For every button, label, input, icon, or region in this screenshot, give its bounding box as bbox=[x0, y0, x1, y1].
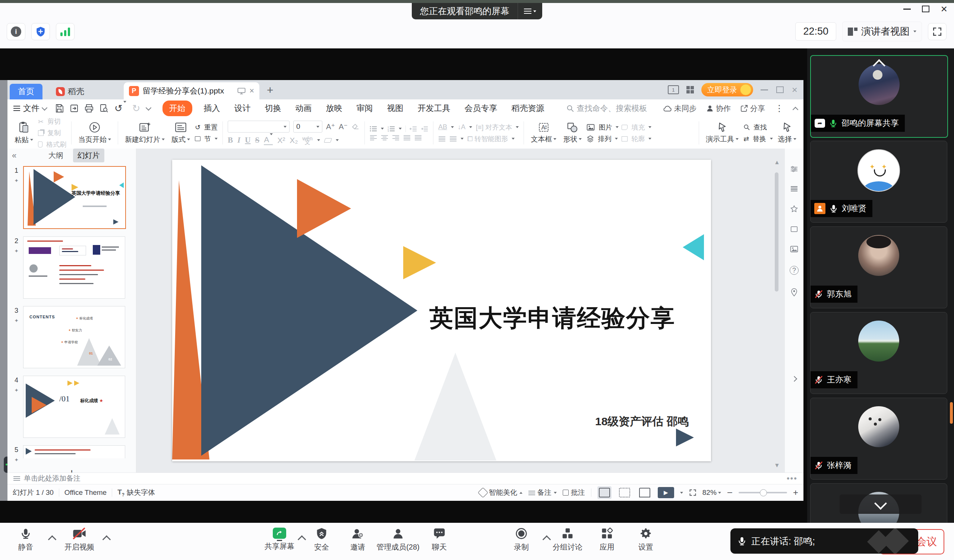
title-menu-button[interactable] bbox=[518, 3, 542, 19]
ribbon-tab-view[interactable]: 视图 bbox=[387, 103, 404, 114]
participant-tile[interactable]: ✦✦ 刘唯贤 bbox=[810, 141, 947, 222]
notes-toggle[interactable]: 备注 bbox=[528, 488, 557, 498]
paste-button[interactable]: 粘贴 bbox=[11, 121, 36, 145]
scroll-down-icon[interactable]: ▼ bbox=[774, 462, 778, 469]
ribbon-tab-member[interactable]: 会员专享 bbox=[465, 103, 497, 114]
manage-members-button[interactable]: 管理成员(28) bbox=[376, 527, 419, 552]
zoom-out-button[interactable]: − bbox=[727, 487, 733, 499]
slide-thumbnail-3[interactable]: CONTENTS ✦ 标化成绩 ✦ 软实力 ✦ 申请学校 01 02 bbox=[23, 306, 125, 368]
fill-button[interactable]: 填充 bbox=[622, 123, 652, 132]
image-tool-icon[interactable] bbox=[790, 246, 798, 252]
scroll-down-band[interactable] bbox=[840, 495, 921, 514]
slides-tab[interactable]: 幻灯片 bbox=[73, 149, 104, 162]
ribbon-tab-transition[interactable]: 切换 bbox=[265, 103, 281, 114]
reset-button[interactable]: ↺重置 bbox=[195, 123, 218, 132]
comments-toggle[interactable]: 批注 bbox=[563, 488, 585, 498]
record-button[interactable]: 录制 bbox=[514, 527, 529, 552]
ribbon-tab-slideshow[interactable]: 放映 bbox=[326, 103, 343, 114]
maximize-icon[interactable] bbox=[922, 6, 929, 12]
print-preview-icon[interactable] bbox=[100, 104, 108, 113]
settings-button[interactable]: 设置 bbox=[638, 527, 653, 552]
slide-thumbnail-1[interactable]: 英国大学申请经验分享 bbox=[23, 166, 126, 229]
print-icon[interactable] bbox=[84, 104, 94, 113]
expand-rail-icon[interactable] bbox=[791, 376, 797, 382]
meeting-security-button[interactable] bbox=[31, 23, 50, 40]
superscript-button[interactable]: X² bbox=[277, 136, 285, 145]
increase-indent-icon[interactable] bbox=[421, 126, 428, 132]
presentation-tools-button[interactable]: 演示工具 bbox=[703, 122, 742, 144]
layout-button[interactable]: 版式 bbox=[168, 122, 193, 145]
textbox-button[interactable]: 文本框 bbox=[527, 122, 560, 144]
share-button[interactable]: 分享 bbox=[740, 104, 765, 114]
network-quality-button[interactable] bbox=[56, 23, 75, 40]
breakout-button[interactable]: 分组讨论 bbox=[553, 527, 583, 552]
beautify-button[interactable]: 智能美化 bbox=[479, 488, 522, 498]
align-center-icon[interactable] bbox=[381, 135, 388, 141]
font-color-button[interactable]: A bbox=[264, 135, 273, 145]
underline-button[interactable]: U bbox=[245, 135, 251, 145]
play-from-current-button[interactable]: 当页开始 bbox=[75, 122, 114, 145]
format-painter-button[interactable]: 格式刷 bbox=[38, 140, 66, 149]
command-search[interactable]: 查找命令、搜索模板 bbox=[566, 103, 647, 114]
mute-button[interactable]: 静音 bbox=[18, 527, 33, 552]
minimize-icon[interactable] bbox=[903, 9, 911, 10]
zoom-slider-knob[interactable] bbox=[760, 489, 767, 496]
favorites-star-icon[interactable] bbox=[790, 205, 798, 213]
login-button[interactable]: 立即登录 bbox=[701, 83, 753, 96]
ribbon-tab-docer-res[interactable]: 稻壳资源 bbox=[512, 103, 544, 114]
share-screen-button[interactable]: 共享屏幕 bbox=[265, 527, 295, 551]
invite-button[interactable]: 邀请 bbox=[350, 527, 365, 552]
play-options-icon[interactable] bbox=[680, 492, 683, 494]
slideshow-play-button[interactable]: ▶ bbox=[658, 487, 674, 498]
zoom-in-button[interactable]: + bbox=[793, 487, 798, 498]
collapse-panel-icon[interactable]: « bbox=[12, 151, 16, 160]
undo-button[interactable]: ↺ bbox=[114, 103, 126, 114]
fit-slide-icon[interactable] bbox=[689, 489, 697, 496]
slide-thumbnail-4[interactable]: /01 标化成绩 ★ bbox=[23, 376, 125, 438]
para-spacing-icon[interactable] bbox=[449, 136, 457, 142]
font-family-select[interactable] bbox=[228, 121, 290, 132]
clear-format-icon[interactable] bbox=[351, 123, 360, 130]
vertical-scrollbar[interactable] bbox=[775, 173, 778, 292]
wps-close-icon[interactable]: × bbox=[792, 86, 798, 93]
ribbon-tab-start[interactable]: 开始 bbox=[162, 101, 192, 116]
participant-tile[interactable]: 郭东旭 bbox=[810, 226, 947, 308]
tab-docer[interactable]: 稻壳 bbox=[52, 84, 88, 100]
export-icon[interactable] bbox=[70, 104, 79, 113]
arrange-button[interactable]: 排列 bbox=[586, 134, 619, 143]
locate-pin-icon[interactable] bbox=[791, 288, 798, 296]
workbench-grid-icon[interactable] bbox=[686, 86, 694, 93]
ribbon-tab-review[interactable]: 审阅 bbox=[357, 103, 373, 114]
numbered-list-icon[interactable] bbox=[388, 126, 395, 132]
view-mode-dropdown[interactable]: 演讲者视图 bbox=[842, 22, 922, 41]
wps-minimize-icon[interactable] bbox=[761, 89, 768, 90]
sorter-view-button[interactable] bbox=[617, 486, 632, 499]
picture-button[interactable]: 图片 bbox=[586, 123, 619, 132]
section-button[interactable]: 节 bbox=[195, 134, 218, 143]
outline-button[interactable]: 轮廓 bbox=[622, 134, 652, 143]
subscript-button[interactable]: X₂ bbox=[290, 136, 298, 145]
layout-rect-icon[interactable] bbox=[790, 226, 798, 232]
italic-button[interactable]: I bbox=[237, 135, 240, 145]
slide-canvas[interactable]: 英国大学申请经验分享 18级资产评估 邵鸣 bbox=[172, 160, 711, 461]
ribbon-tab-design[interactable]: 设计 bbox=[234, 103, 251, 114]
bold-button[interactable]: B bbox=[228, 135, 233, 145]
shapes-button[interactable]: 形状 bbox=[560, 122, 585, 144]
strikethrough-button[interactable]: S bbox=[255, 135, 259, 145]
ribbon-tab-insert[interactable]: 插入 bbox=[204, 103, 220, 114]
normal-view-button[interactable] bbox=[597, 486, 611, 499]
distribute-icon[interactable] bbox=[415, 135, 422, 141]
align-text-button[interactable]: [≡] 对齐文本 bbox=[476, 123, 513, 132]
new-slide-button[interactable]: 新建幻灯片 bbox=[122, 122, 168, 145]
close-tab-icon[interactable]: × bbox=[249, 86, 254, 96]
meeting-info-button[interactable]: i bbox=[7, 23, 25, 40]
video-options-chevron[interactable] bbox=[103, 535, 111, 544]
ribbon-tab-animation[interactable]: 动画 bbox=[296, 103, 312, 114]
slide-thumbnail-5[interactable] bbox=[23, 445, 125, 458]
share-options-chevron[interactable] bbox=[298, 535, 306, 544]
ribbon-tab-devtools[interactable]: 开发工具 bbox=[418, 103, 450, 114]
bullet-list-icon[interactable] bbox=[369, 126, 377, 132]
collaborate-button[interactable]: 协作 bbox=[706, 104, 731, 114]
replace-button[interactable]: ⇄替换 bbox=[744, 134, 773, 143]
mic-options-chevron[interactable] bbox=[48, 535, 57, 544]
